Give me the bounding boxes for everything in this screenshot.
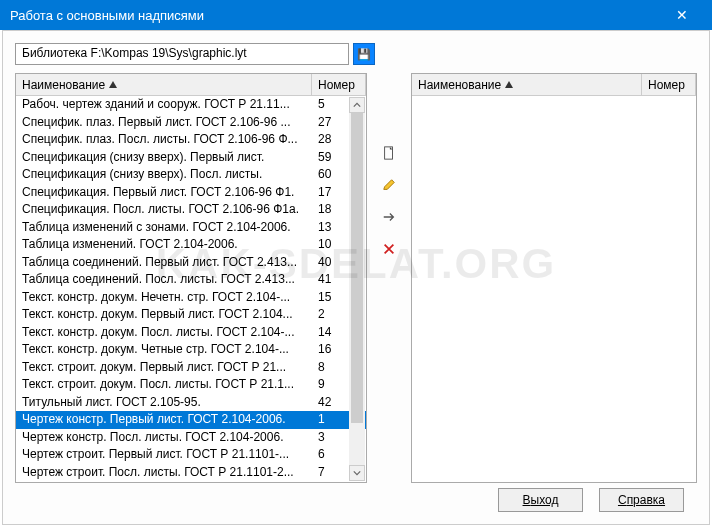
row-name: Текст. констр. докум. Первый лист. ГОСТ … (16, 306, 312, 324)
right-rows[interactable] (412, 96, 696, 482)
main-area: Наименование Номер Рабоч. чертеж зданий … (15, 73, 697, 483)
row-name: Специфик. плаз. Посл. листы. ГОСТ 2.106-… (16, 131, 312, 149)
row-name: Спецификация (снизу вверх). Первый лист. (16, 149, 312, 167)
table-row[interactable]: Спецификация (снизу вверх). Первый лист.… (16, 149, 366, 167)
table-row[interactable]: Текст. строит. докум. Посл. листы. ГОСТ … (16, 376, 366, 394)
row-name: Таблица соединений. Первый лист. ГОСТ 2.… (16, 254, 312, 272)
table-row[interactable]: Специфик. плаз. Посл. листы. ГОСТ 2.106-… (16, 131, 366, 149)
document-icon (382, 146, 396, 163)
left-list-panel: Наименование Номер Рабоч. чертеж зданий … (15, 73, 367, 483)
delete-button[interactable] (378, 239, 400, 261)
right-list-panel: Наименование Номер (411, 73, 697, 483)
dialog-body: Библиотека F:\Kompas 19\Sys\graphic.lyt … (2, 30, 710, 525)
table-row[interactable]: Текст. констр. докум. Четные стр. ГОСТ 2… (16, 341, 366, 359)
left-columns: Наименование Номер (16, 74, 366, 96)
row-name: Спецификация. Посл. листы. ГОСТ 2.106-96… (16, 201, 312, 219)
row-name: Чертеж констр. Посл. листы. ГОСТ 2.104-2… (16, 429, 312, 447)
window-title: Работа с основными надписями (10, 8, 662, 23)
row-name: Таблица изменений с зонами. ГОСТ 2.104-2… (16, 219, 312, 237)
row-name: Спецификация (снизу вверх). Посл. листы. (16, 166, 312, 184)
exit-button[interactable]: Выход (498, 488, 583, 512)
table-row[interactable]: Чертеж констр. Первый лист. ГОСТ 2.104-2… (16, 411, 366, 429)
pencil-icon (382, 178, 396, 195)
help-button[interactable]: Справка (599, 488, 684, 512)
row-name: Чертеж констр. Первый лист. ГОСТ 2.104-2… (16, 411, 312, 429)
table-row[interactable]: Текст. констр. докум. Первый лист. ГОСТ … (16, 306, 366, 324)
new-button[interactable] (378, 143, 400, 165)
col-number-header[interactable]: Номер (312, 74, 366, 95)
row-name: Текст. констр. докум. Четные стр. ГОСТ 2… (16, 341, 312, 359)
table-row[interactable]: Титульный лист. ГОСТ 2.105-95.42 (16, 394, 366, 412)
table-row[interactable]: Чертеж строит. Посл. листы. ГОСТ Р 21.11… (16, 464, 366, 482)
disk-icon: 💾 (357, 48, 371, 61)
table-row[interactable]: Спецификация (снизу вверх). Посл. листы.… (16, 166, 366, 184)
scroll-up-button[interactable] (349, 97, 365, 113)
library-path-input[interactable]: Библиотека F:\Kompas 19\Sys\graphic.lyt (15, 43, 349, 65)
right-columns: Наименование Номер (412, 74, 696, 96)
row-name: Титульный лист. ГОСТ 2.105-95. (16, 394, 312, 412)
col-number-header-right[interactable]: Номер (642, 74, 696, 95)
table-row[interactable]: Чертеж констр. Посл. листы. ГОСТ 2.104-2… (16, 429, 366, 447)
close-button[interactable]: ✕ (662, 1, 702, 29)
edit-button[interactable] (378, 175, 400, 197)
scrollbar-track[interactable] (349, 113, 365, 465)
scroll-down-button[interactable] (349, 465, 365, 481)
titlebar: Работа с основными надписями ✕ (0, 0, 712, 30)
row-name: Таблица изменений. ГОСТ 2.104-2006. (16, 236, 312, 254)
move-right-button[interactable] (378, 207, 400, 229)
row-name: Рабоч. чертеж зданий и сооруж. ГОСТ Р 21… (16, 96, 312, 114)
table-row[interactable]: Таблица изменений. ГОСТ 2.104-2006.10 (16, 236, 366, 254)
row-name: Текст. строит. докум. Первый лист. ГОСТ … (16, 359, 312, 377)
row-name: Текст. констр. докум. Посл. листы. ГОСТ … (16, 324, 312, 342)
row-name: Текст. строит. докум. Посл. листы. ГОСТ … (16, 376, 312, 394)
scrollbar-thumb[interactable] (351, 113, 363, 423)
row-name: Спецификация. Первый лист. ГОСТ 2.106-96… (16, 184, 312, 202)
tool-column (375, 73, 403, 483)
left-rows[interactable]: Рабоч. чертеж зданий и сооруж. ГОСТ Р 21… (16, 96, 366, 482)
sort-asc-icon (505, 81, 513, 88)
table-row[interactable]: Специфик. плаз. Первый лист. ГОСТ 2.106-… (16, 114, 366, 132)
table-row[interactable]: Спецификация. Посл. листы. ГОСТ 2.106-96… (16, 201, 366, 219)
row-name: Чертеж строит. Первый лист. ГОСТ Р 21.11… (16, 446, 312, 464)
table-row[interactable]: Текст. констр. докум. Нечетн. стр. ГОСТ … (16, 289, 366, 307)
delete-x-icon (382, 242, 396, 259)
table-row[interactable]: Чертеж строит. Первый лист. ГОСТ Р 21.11… (16, 446, 366, 464)
library-row: Библиотека F:\Kompas 19\Sys\graphic.lyt … (15, 43, 375, 65)
sort-asc-icon (109, 81, 117, 88)
table-row[interactable]: Спецификация. Первый лист. ГОСТ 2.106-96… (16, 184, 366, 202)
table-row[interactable]: Текст. строит. докум. Первый лист. ГОСТ … (16, 359, 366, 377)
table-row[interactable]: Рабоч. чертеж зданий и сооруж. ГОСТ Р 21… (16, 96, 366, 114)
row-name: Текст. констр. докум. Нечетн. стр. ГОСТ … (16, 289, 312, 307)
table-row[interactable]: Таблица изменений с зонами. ГОСТ 2.104-2… (16, 219, 366, 237)
row-name: Таблица соединений. Посл. листы. ГОСТ 2.… (16, 271, 312, 289)
col-name-header[interactable]: Наименование (16, 74, 312, 95)
table-row[interactable]: Таблица соединений. Первый лист. ГОСТ 2.… (16, 254, 366, 272)
table-row[interactable]: Таблица соединений. Посл. листы. ГОСТ 2.… (16, 271, 366, 289)
bottom-buttons: Выход Справка (498, 488, 684, 512)
row-name: Чертеж строит. Посл. листы. ГОСТ Р 21.11… (16, 464, 312, 482)
col-name-header-right[interactable]: Наименование (412, 74, 642, 95)
arrow-right-icon (382, 210, 396, 227)
table-row[interactable]: Текст. констр. докум. Посл. листы. ГОСТ … (16, 324, 366, 342)
library-browse-button[interactable]: 💾 (353, 43, 375, 65)
row-name: Специфик. плаз. Первый лист. ГОСТ 2.106-… (16, 114, 312, 132)
